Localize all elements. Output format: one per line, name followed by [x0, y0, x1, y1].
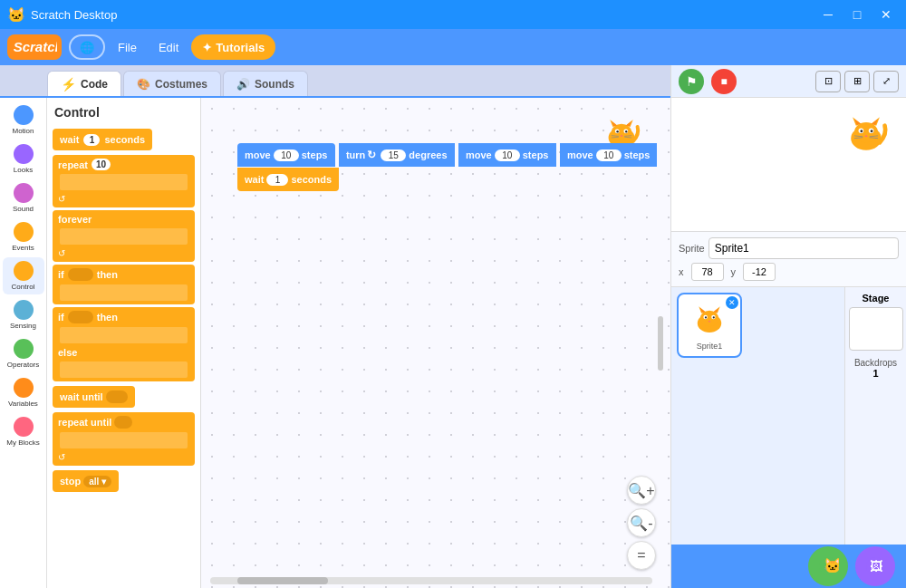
block-turn[interactable]: turn ↻ degrees: [339, 143, 455, 167]
block-move-1[interactable]: move steps: [237, 143, 335, 167]
view-controls: ⊡ ⊞ ⤢: [815, 71, 899, 92]
green-flag-button[interactable]: ⚑: [679, 69, 704, 94]
block-stop[interactable]: stop all ▾: [53, 468, 195, 494]
sensing-dot: [14, 300, 34, 320]
block-move-3[interactable]: move steps: [560, 143, 658, 167]
category-panel: Motion Looks Sound Events: [0, 98, 47, 588]
events-dot: [14, 222, 34, 242]
category-events[interactable]: Events: [3, 218, 44, 255]
sprite-delete-button[interactable]: ✕: [726, 296, 738, 309]
stage-sprite: [841, 109, 892, 163]
small-view-button[interactable]: ⊡: [815, 71, 841, 92]
add-sprite-button[interactable]: 🐱: [808, 546, 848, 586]
blocks-panel: Control wait 1 seconds repeat: [47, 98, 201, 588]
y-label: y: [731, 266, 737, 277]
variables-label: Variables: [8, 400, 38, 408]
sprite-name-label: Sprite: [679, 243, 705, 254]
category-sound[interactable]: Sound: [3, 179, 44, 217]
x-input[interactable]: [691, 263, 724, 281]
globe-button[interactable]: 🌐: [69, 34, 105, 60]
scratch-logo: Scratch: [7, 34, 62, 60]
right-panel: ⚑ ■ ⊡ ⊞ ⤢: [670, 65, 906, 588]
tutorials-button[interactable]: ✦ Tutorials: [191, 34, 275, 60]
backdrops-label: Backdrops: [854, 358, 897, 368]
zoom-in-button[interactable]: 🔍+: [627, 476, 656, 505]
app-wrapper: 🐱 Scratch Desktop ─ □ ✕ Scratch 🌐 File E…: [0, 0, 906, 588]
blocks-header: Control: [53, 105, 195, 120]
sound-label: Sound: [13, 205, 34, 213]
y-input[interactable]: [743, 263, 776, 281]
category-motion[interactable]: Motion: [3, 101, 44, 139]
svg-point-40: [713, 316, 715, 318]
category-operators[interactable]: Operators: [3, 335, 44, 372]
app-title: Scratch Desktop: [31, 8, 117, 22]
bottom-actions: 🐱 🖼: [808, 546, 895, 586]
control-label: Control: [12, 283, 35, 291]
sprite-name-input[interactable]: [708, 237, 899, 259]
block-forever[interactable]: forever ↺: [53, 210, 195, 262]
playback-controls: ⚑ ■: [679, 69, 737, 94]
svg-point-32: [700, 311, 719, 327]
block-repeat[interactable]: repeat 10 ↺: [53, 155, 195, 207]
svg-text:🖼: 🖼: [870, 559, 882, 574]
sounds-icon: 🔊: [236, 78, 250, 91]
maximize-button[interactable]: □: [844, 5, 870, 24]
titlebar-controls: ─ □ ✕: [815, 5, 899, 24]
block-wait[interactable]: wait 1 seconds: [53, 127, 195, 152]
stop-button[interactable]: ■: [711, 69, 737, 94]
svg-point-25: [871, 130, 873, 132]
add-backdrop-button[interactable]: 🖼: [855, 546, 895, 586]
code-icon: ⚡: [61, 77, 76, 92]
globe-icon: 🌐: [80, 41, 94, 54]
edit-menu[interactable]: Edit: [149, 34, 188, 60]
tab-sounds[interactable]: 🔊 Sounds: [223, 71, 308, 96]
category-variables[interactable]: Variables: [3, 374, 44, 411]
file-label: File: [118, 41, 137, 54]
titlebar: 🐱 Scratch Desktop ─ □ ✕: [0, 0, 906, 29]
myblocks-dot: [14, 417, 34, 437]
zoom-out-button[interactable]: 🔍-: [627, 508, 656, 537]
scrollbar[interactable]: [658, 316, 663, 371]
block-move-2[interactable]: move steps: [458, 143, 556, 167]
zoom-controls: 🔍+ 🔍- =: [627, 476, 656, 570]
category-looks[interactable]: Looks: [3, 140, 44, 178]
sprite-name-row: Sprite: [679, 237, 899, 259]
myblocks-label: My Blocks: [6, 439, 39, 447]
stage-thumbnail[interactable]: [849, 307, 903, 351]
variables-dot: [14, 378, 34, 398]
block-if-else[interactable]: if then else: [53, 307, 195, 381]
sensing-label: Sensing: [10, 322, 36, 330]
green-flag-icon: ⚑: [686, 74, 698, 89]
category-control[interactable]: Control: [3, 257, 44, 294]
add-sprite-icon: 🐱: [817, 555, 839, 577]
fullscreen-button[interactable]: ⤢: [873, 71, 899, 92]
titlebar-left: 🐱 Scratch Desktop: [7, 6, 117, 24]
block-wait-until[interactable]: wait until: [53, 384, 195, 410]
category-sensing[interactable]: Sensing: [3, 296, 44, 333]
category-myblocks[interactable]: My Blocks: [3, 413, 44, 450]
block-wait-ws[interactable]: wait seconds: [237, 168, 339, 191]
looks-dot: [14, 144, 34, 164]
block-if[interactable]: if then: [53, 265, 195, 304]
file-menu[interactable]: File: [109, 34, 146, 60]
svg-text:🐱: 🐱: [824, 557, 839, 574]
sprite-info: Sprite x y: [671, 232, 906, 287]
tutorials-icon: ✦: [202, 41, 212, 54]
h-scrollbar[interactable]: [210, 577, 652, 584]
large-view-button[interactable]: ⊞: [844, 71, 870, 92]
stage-side-panel: Stage Backdrops 1: [844, 287, 906, 545]
block-repeat-until[interactable]: repeat until ↺: [53, 412, 195, 466]
sprite-thumb-sprite1[interactable]: ✕: [677, 293, 742, 358]
zoom-reset-button[interactable]: =: [627, 541, 656, 570]
zoom-in-icon: 🔍+: [628, 482, 654, 499]
sound-dot: [14, 183, 34, 203]
tab-costumes[interactable]: 🎨 Costumes: [123, 71, 221, 96]
tab-code[interactable]: ⚡ Code: [47, 71, 121, 96]
svg-point-2: [612, 124, 631, 141]
stage-top-bar: ⚑ ■ ⊡ ⊞ ⤢: [671, 65, 906, 98]
costumes-icon: 🎨: [137, 78, 150, 91]
close-button[interactable]: ✕: [873, 5, 899, 24]
edit-label: Edit: [159, 41, 178, 54]
minimize-button[interactable]: ─: [815, 5, 841, 24]
motion-dot: [14, 105, 34, 125]
